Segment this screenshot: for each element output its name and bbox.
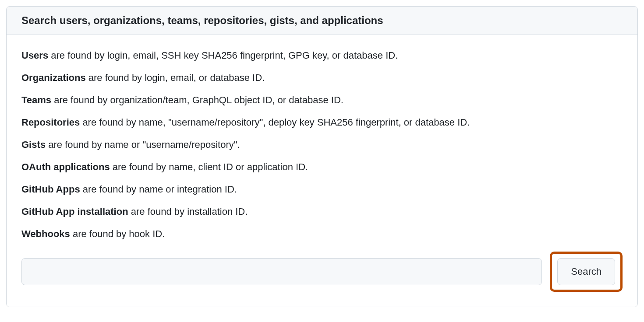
help-line-gists: Gists are found by name or "username/rep…: [21, 137, 623, 152]
help-label-teams: Teams: [21, 94, 51, 105]
help-label-organizations: Organizations: [21, 72, 86, 83]
panel-body: Users are found by login, email, SSH key…: [7, 35, 637, 307]
help-label-repositories: Repositories: [21, 117, 80, 128]
help-label-gists: Gists: [21, 139, 46, 150]
panel-header: Search users, organizations, teams, repo…: [7, 7, 637, 35]
help-text-teams: are found by organization/team, GraphQL …: [51, 94, 343, 105]
help-text-github-apps: are found by name or integration ID.: [80, 184, 237, 195]
help-label-github-app-installation: GitHub App installation: [21, 206, 128, 217]
help-line-oauth-applications: OAuth applications are found by name, cl…: [21, 160, 623, 174]
help-line-users: Users are found by login, email, SSH key…: [21, 48, 623, 63]
help-line-repositories: Repositories are found by name, "usernam…: [21, 115, 623, 130]
search-button[interactable]: Search: [557, 258, 615, 285]
help-line-github-apps: GitHub Apps are found by name or integra…: [21, 182, 623, 196]
help-label-github-apps: GitHub Apps: [21, 184, 80, 195]
help-text-gists: are found by name or "username/repositor…: [46, 139, 240, 150]
help-line-github-app-installation: GitHub App installation are found by ins…: [21, 204, 623, 219]
help-text-oauth-applications: are found by name, client ID or applicat…: [110, 161, 308, 172]
help-text-users: are found by login, email, SSH key SHA25…: [48, 50, 398, 61]
help-line-teams: Teams are found by organization/team, Gr…: [21, 93, 623, 107]
help-text-organizations: are found by login, email, or database I…: [86, 72, 265, 83]
help-line-webhooks: Webhooks are found by hook ID.: [21, 227, 623, 241]
help-label-oauth-applications: OAuth applications: [21, 161, 110, 172]
help-label-users: Users: [21, 50, 48, 61]
search-input[interactable]: [21, 258, 542, 285]
help-line-organizations: Organizations are found by login, email,…: [21, 70, 623, 85]
search-button-highlight: Search: [550, 252, 623, 292]
help-text-repositories: are found by name, "username/repository"…: [80, 117, 470, 128]
search-row: Search: [21, 252, 623, 292]
help-label-webhooks: Webhooks: [21, 228, 70, 239]
search-panel: Search users, organizations, teams, repo…: [6, 6, 638, 307]
help-text-webhooks: are found by hook ID.: [70, 228, 165, 239]
panel-title: Search users, organizations, teams, repo…: [21, 14, 623, 27]
help-text-github-app-installation: are found by installation ID.: [128, 206, 248, 217]
